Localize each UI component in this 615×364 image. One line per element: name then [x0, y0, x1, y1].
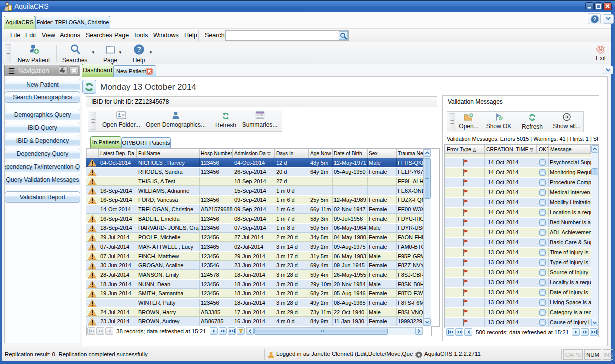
svg-text:?: ? — [593, 16, 597, 22]
svg-text:?: ? — [137, 45, 141, 53]
